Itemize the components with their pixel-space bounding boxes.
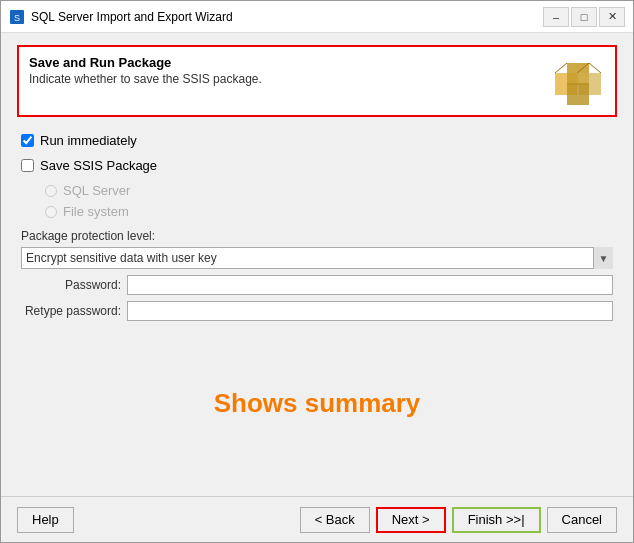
close-button[interactable]: ✕ [599, 7, 625, 27]
retype-password-input[interactable] [127, 301, 613, 321]
svg-rect-5 [567, 83, 589, 105]
password-row: Password: [21, 275, 613, 295]
save-ssis-row: Save SSIS Package [21, 158, 613, 173]
protection-level-label: Package protection level: [21, 229, 613, 243]
svg-line-6 [555, 63, 567, 73]
footer: Help < Back Next > Finish >>| Cancel [1, 496, 633, 542]
save-ssis-label: Save SSIS Package [40, 158, 157, 173]
window-controls: – □ ✕ [543, 7, 625, 27]
svg-line-8 [589, 63, 601, 73]
retype-password-row: Retype password: [21, 301, 613, 321]
protection-level-group: Package protection level: Encrypt sensit… [21, 229, 613, 269]
password-input[interactable] [127, 275, 613, 295]
header-subtitle: Indicate whether to save the SSIS packag… [29, 72, 543, 86]
save-ssis-checkbox[interactable] [21, 159, 34, 172]
summary-area: Shows summary [17, 321, 617, 486]
title-bar: S SQL Server Import and Export Wizard – … [1, 1, 633, 33]
header-box: Save and Run Package Indicate whether to… [17, 45, 617, 117]
retype-password-label: Retype password: [21, 304, 121, 318]
sql-server-label: SQL Server [63, 183, 130, 198]
window-title: SQL Server Import and Export Wizard [31, 10, 543, 24]
file-system-row: File system [45, 204, 613, 219]
help-button[interactable]: Help [17, 507, 74, 533]
run-immediately-label: Run immediately [40, 133, 137, 148]
form-area: Run immediately Save SSIS Package SQL Se… [17, 133, 617, 321]
cancel-button[interactable]: Cancel [547, 507, 617, 533]
minimize-button[interactable]: – [543, 7, 569, 27]
ssis-icon [553, 55, 605, 107]
run-immediately-checkbox[interactable] [21, 134, 34, 147]
file-system-label: File system [63, 204, 129, 219]
password-label: Password: [21, 278, 121, 292]
protection-level-select[interactable]: Encrypt sensitive data with user key [21, 247, 613, 269]
file-system-radio[interactable] [45, 206, 57, 218]
run-immediately-row: Run immediately [21, 133, 613, 148]
back-button[interactable]: < Back [300, 507, 370, 533]
maximize-button[interactable]: □ [571, 7, 597, 27]
summary-text: Shows summary [214, 388, 421, 419]
main-content: Save and Run Package Indicate whether to… [1, 33, 633, 496]
protection-select-wrapper: Encrypt sensitive data with user key ▼ [21, 247, 613, 269]
svg-text:S: S [14, 13, 20, 23]
wizard-window: S SQL Server Import and Export Wizard – … [0, 0, 634, 543]
header-text-block: Save and Run Package Indicate whether to… [29, 55, 543, 86]
sql-server-radio[interactable] [45, 185, 57, 197]
header-title: Save and Run Package [29, 55, 543, 70]
finish-button[interactable]: Finish >>| [452, 507, 541, 533]
app-icon: S [9, 9, 25, 25]
next-button[interactable]: Next > [376, 507, 446, 533]
sql-server-row: SQL Server [45, 183, 613, 198]
